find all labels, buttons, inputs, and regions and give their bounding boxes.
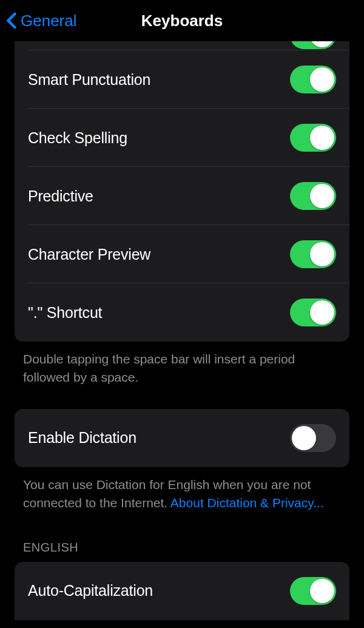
settings-group-keyboard: Auto-Correction Smart Punctuation Check … <box>15 41 349 342</box>
toggle-auto-correction[interactable] <box>290 41 336 49</box>
toggle-knob <box>310 300 334 325</box>
back-label: General <box>21 12 77 30</box>
row-auto-correction: Auto-Correction <box>15 41 349 50</box>
toggle-knob <box>310 579 334 603</box>
row-character-preview: Character Preview <box>15 225 349 283</box>
row-label: Predictive <box>28 187 93 205</box>
row-auto-capitalization: Auto-Capitalization <box>15 562 349 620</box>
toggle-knob <box>310 184 334 208</box>
nav-bar: General Keyboards <box>0 0 364 41</box>
chevron-left-icon <box>6 12 17 29</box>
settings-group-dictation: Enable Dictation <box>15 409 349 467</box>
group-footer: Double tapping the space bar will insert… <box>0 342 364 387</box>
settings-group-english: Auto-Capitalization <box>15 562 349 620</box>
row-predictive: Predictive <box>15 167 349 225</box>
section-header-english: English <box>0 541 364 562</box>
toggle-smart-punctuation[interactable] <box>290 66 336 93</box>
row-label: Auto-Capitalization <box>28 582 153 599</box>
row-smart-punctuation: Smart Punctuation <box>15 50 349 109</box>
toggle-auto-capitalization[interactable] <box>290 577 336 605</box>
row-period-shortcut: "." Shortcut <box>15 283 349 342</box>
toggle-knob <box>310 41 334 47</box>
row-label: Smart Punctuation <box>28 71 150 89</box>
row-label: Character Preview <box>28 246 150 263</box>
toggle-knob <box>310 67 334 92</box>
toggle-check-spelling[interactable] <box>290 124 336 152</box>
toggle-knob <box>292 426 316 450</box>
row-enable-dictation: Enable Dictation <box>15 409 349 467</box>
toggle-knob <box>310 126 334 150</box>
row-check-spelling: Check Spelling <box>15 109 349 167</box>
toggle-period-shortcut[interactable] <box>290 299 336 326</box>
group-footer: You can use Dictation for English when y… <box>0 467 364 513</box>
toggle-enable-dictation[interactable] <box>290 424 336 452</box>
row-label: Enable Dictation <box>28 429 136 447</box>
scroll-content[interactable]: Auto-Correction Smart Punctuation Check … <box>0 41 364 628</box>
dictation-privacy-link[interactable]: About Dictation & Privacy... <box>170 496 324 510</box>
back-button[interactable]: General <box>0 12 77 30</box>
row-label: "." Shortcut <box>28 304 102 322</box>
toggle-knob <box>310 242 334 266</box>
toggle-character-preview[interactable] <box>290 240 336 268</box>
toggle-predictive[interactable] <box>290 182 336 210</box>
row-label: Check Spelling <box>28 129 127 147</box>
